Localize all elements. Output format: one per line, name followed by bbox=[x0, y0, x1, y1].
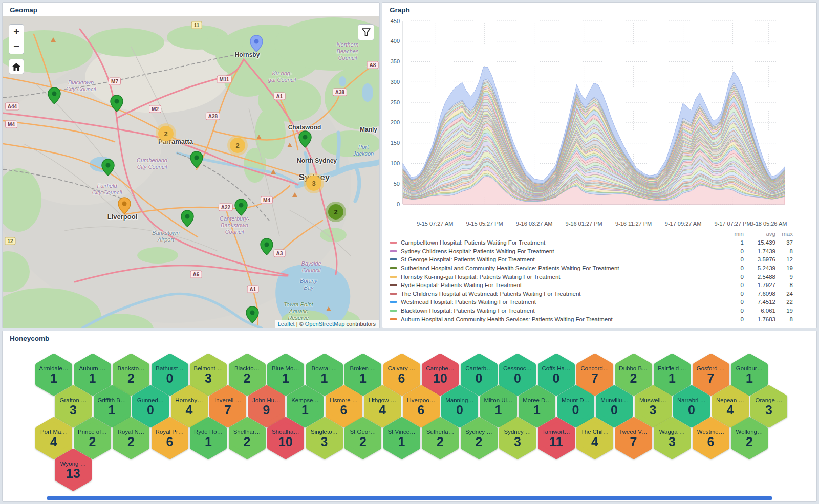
waiting-count: 3 bbox=[650, 403, 657, 417]
map-pin-green[interactable] bbox=[110, 95, 123, 114]
map-cluster-marker[interactable]: 2 bbox=[227, 135, 248, 156]
waiting-count: 1 bbox=[301, 403, 309, 417]
waiting-count: 4 bbox=[186, 403, 193, 417]
waiting-count: 11 bbox=[549, 435, 563, 448]
legend-item[interactable]: Blacktown Hospital: Patients Waiting For… bbox=[390, 306, 793, 315]
map-area-label: Cumberland City Council bbox=[137, 157, 167, 170]
honeycomb-cell[interactable]: The Chil…4 bbox=[576, 417, 613, 459]
osm-link[interactable]: OpenStreetMap bbox=[305, 321, 345, 327]
legend-item[interactable]: The Childrens Hospital at Westmead: Pati… bbox=[390, 290, 793, 298]
map-pin-green[interactable] bbox=[260, 238, 273, 257]
legend-swatch bbox=[390, 276, 397, 278]
map-area-label: Blacktown City Council bbox=[66, 79, 96, 93]
waiting-count: 0 bbox=[514, 371, 521, 385]
map-filter-button[interactable] bbox=[358, 24, 374, 40]
map-cluster-marker[interactable]: 3 bbox=[304, 173, 324, 193]
honeycomb-cell[interactable]: St Geor…2 bbox=[344, 417, 381, 459]
honeycomb-cell[interactable]: Singleto…3 bbox=[306, 417, 343, 459]
honeycomb-cell[interactable]: Wollong…2 bbox=[731, 417, 768, 459]
zoom-in-icon: + bbox=[13, 26, 19, 38]
honeycomb-cell[interactable]: Royal Pr…6 bbox=[152, 417, 188, 459]
legend-min-value: 0 bbox=[720, 256, 744, 262]
svg-text:9-15 05:27 PM: 9-15 05:27 PM bbox=[466, 221, 503, 227]
geomap-canvas[interactable]: HornsbyChatswoodManlyParramattaNorth Syd… bbox=[3, 16, 379, 328]
honeycomb-cell[interactable]: Tamwort…11 bbox=[538, 417, 575, 459]
waiting-count: 4 bbox=[591, 435, 598, 448]
honeycomb-grid: Armidale…1Auburn …1Banksto…2Bathurst…0Be… bbox=[3, 331, 816, 501]
legend-item[interactable]: St George Hospital: Patients Waiting For… bbox=[390, 255, 793, 264]
legend-item[interactable]: Hornsby Ku-ring-gai Hospital: Patients W… bbox=[390, 272, 793, 281]
waiting-count: 1 bbox=[50, 371, 57, 385]
honeycomb-cell[interactable]: Tweed V…7 bbox=[615, 417, 652, 459]
waiting-count: 1 bbox=[495, 403, 502, 417]
legend-item[interactable]: Auburn Hospital and Community Health Ser… bbox=[390, 315, 793, 323]
legend-swatch bbox=[390, 267, 397, 269]
map-pin-green[interactable] bbox=[181, 210, 194, 229]
map-pin-green[interactable] bbox=[234, 199, 248, 218]
waiting-count: 13 bbox=[66, 467, 80, 480]
legend-item[interactable]: Campbelltown Hospital: Patients Waiting … bbox=[390, 238, 793, 247]
legend-max-value: 22 bbox=[775, 299, 793, 305]
zoom-out-icon: − bbox=[13, 40, 19, 52]
honeycomb-cell[interactable]: Westme…6 bbox=[693, 417, 729, 459]
legend-avg-value: 1.7683 bbox=[744, 316, 775, 322]
honeycomb-cell[interactable]: Sutherla…2 bbox=[422, 417, 459, 459]
graph-panel: Graph 0501001502002503003504004509-15 07… bbox=[382, 2, 817, 328]
map-zoom-in-button[interactable]: + bbox=[9, 24, 24, 39]
waiting-count: 3 bbox=[669, 435, 676, 448]
legend-max-value: 8 bbox=[775, 248, 793, 254]
map-pin-orange[interactable] bbox=[118, 197, 131, 216]
map-zoom-out-button[interactable]: − bbox=[9, 39, 24, 54]
graph-canvas[interactable]: 0501001502002503003504004509-15 07:27 AM… bbox=[382, 3, 817, 230]
honeycomb-scrollbar[interactable] bbox=[47, 496, 772, 500]
honeycomb-cell[interactable]: Wyong …13 bbox=[55, 449, 92, 491]
honeycomb-cell[interactable]: Ryde Ho…1 bbox=[190, 417, 227, 459]
legend-max-value: 37 bbox=[775, 239, 793, 246]
waiting-count: 1 bbox=[669, 371, 676, 385]
waiting-count: 0 bbox=[476, 371, 483, 385]
honeycomb-cell[interactable]: St Vince…1 bbox=[383, 417, 420, 459]
map-pin-blue[interactable] bbox=[250, 35, 263, 54]
waiting-count: 3 bbox=[70, 403, 77, 417]
graph-panel-title: Graph bbox=[390, 6, 410, 14]
honeycomb-cell[interactable]: Shoalha…10 bbox=[267, 417, 304, 459]
legend-swatch bbox=[390, 301, 397, 303]
legend-item[interactable]: Ryde Hospital: Patients Waiting For Trea… bbox=[390, 281, 793, 290]
map-area-label: Northern Beaches Council bbox=[337, 41, 359, 61]
waiting-count: 6 bbox=[340, 403, 348, 417]
map-pin-green[interactable] bbox=[190, 151, 203, 170]
leaflet-link[interactable]: Leaflet bbox=[278, 321, 295, 327]
map-pin-green[interactable] bbox=[298, 130, 312, 150]
legend-max-value: 19 bbox=[775, 308, 793, 314]
legend-item[interactable]: Sydney Childrens Hospital: Patients Wait… bbox=[390, 247, 793, 256]
honeycomb-cell[interactable]: Sydney …3 bbox=[499, 417, 536, 459]
waiting-count: 2 bbox=[630, 371, 637, 385]
map-cluster-marker[interactable]: 2 bbox=[156, 123, 176, 144]
waiting-count: 1 bbox=[321, 371, 328, 385]
honeycomb-cell[interactable]: Sydney …2 bbox=[461, 417, 498, 459]
legend-item[interactable]: Westmead Hospital: Patients Waiting For … bbox=[390, 298, 793, 306]
legend-series-name: Ryde Hospital: Patients Waiting For Trea… bbox=[401, 282, 720, 288]
legend-avg-value: 6.061 bbox=[744, 308, 775, 314]
legend-series-name: St George Hospital: Patients Waiting For… bbox=[401, 256, 720, 262]
map-area-label: Bankstown Airport bbox=[152, 230, 180, 243]
road-shield: M7 bbox=[109, 78, 121, 85]
map-pin-green[interactable] bbox=[48, 87, 61, 106]
waiting-count: 7 bbox=[630, 435, 637, 448]
legend-item[interactable]: Sutherland Hospital and Community Health… bbox=[390, 264, 793, 273]
legend-series-name: Sydney Childrens Hospital: Patients Wait… bbox=[401, 248, 720, 254]
waiting-count: 2 bbox=[746, 435, 753, 448]
legend-swatch bbox=[390, 318, 397, 320]
map-attribution: Leaflet | © OpenStreetMap contributors bbox=[275, 320, 379, 328]
map-home-button[interactable] bbox=[9, 59, 24, 74]
waiting-count: 6 bbox=[707, 435, 715, 448]
svg-text:300: 300 bbox=[391, 79, 400, 85]
map-circle-marker[interactable]: 2 bbox=[326, 202, 346, 222]
road-shield: A38 bbox=[333, 89, 347, 96]
honeycomb-cell[interactable]: Wagga …3 bbox=[654, 417, 691, 459]
map-pin-green[interactable] bbox=[101, 159, 115, 178]
svg-text:9-16 01:27 PM: 9-16 01:27 PM bbox=[566, 221, 602, 227]
honeycomb-cell[interactable]: Shellhar…2 bbox=[229, 417, 266, 459]
map-pin-green[interactable] bbox=[246, 306, 259, 325]
honeycomb-cell[interactable]: Royal N…2 bbox=[113, 417, 149, 459]
